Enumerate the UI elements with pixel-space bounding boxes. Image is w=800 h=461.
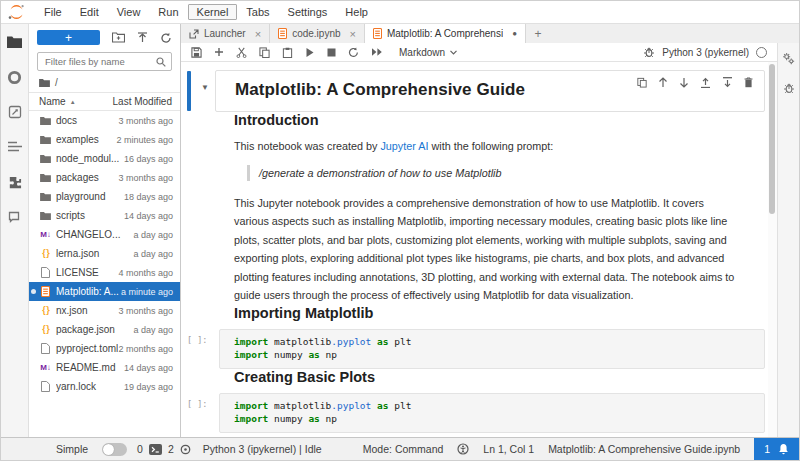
markdown-cell-introduction[interactable]: Introduction This notebook was created b…	[234, 112, 738, 321]
table-of-contents-icon[interactable]	[6, 138, 24, 156]
git-icon[interactable]	[6, 103, 24, 121]
mode-indicator[interactable]: Mode: Command	[363, 443, 444, 455]
launcher-icon	[189, 29, 199, 39]
markdown-cell-creating[interactable]: Creating Basic Plots	[234, 369, 738, 385]
file-row[interactable]: { }package.jsona day ago	[29, 320, 180, 339]
cut-icon[interactable]	[236, 47, 247, 58]
markdown-icon: M↓	[39, 364, 52, 372]
paste-icon[interactable]	[282, 47, 293, 58]
chat-icon[interactable]	[6, 208, 24, 226]
active-filename[interactable]: Matplotlib: A Comprehensive Guide.ipynb	[548, 443, 740, 455]
tab-launcher[interactable]: Launcher×	[181, 24, 270, 43]
cell-selection-bar	[187, 71, 191, 111]
file-filter-input[interactable]	[43, 55, 152, 68]
restart-kernel-icon[interactable]	[348, 47, 359, 58]
main-area: Launcher×code.ipynb×Matplotlib: A Compre…	[181, 24, 799, 437]
code-editor[interactable]: import matplotlib.pyplot as pltimport nu…	[219, 393, 765, 433]
menu-tabs[interactable]: Tabs	[237, 4, 278, 20]
file-row[interactable]: { }lerna.jsona day ago	[29, 244, 180, 263]
heading-collapser-icon[interactable]: ▼	[201, 83, 209, 92]
column-name[interactable]: Name ▲	[39, 96, 113, 107]
insert-cell-below-icon[interactable]	[722, 77, 733, 88]
search-icon	[156, 57, 166, 67]
file-row[interactable]: node_modul...16 days ago	[29, 149, 180, 168]
menu-kernel[interactable]: Kernel	[188, 4, 238, 20]
save-icon[interactable]	[191, 47, 202, 58]
file-row[interactable]: M↓README.md14 days ago	[29, 358, 180, 377]
notebook-content: ▼ Matplotlib: A Comprehensive Guide	[181, 62, 768, 437]
running-kernels-icon[interactable]	[6, 68, 24, 86]
cursor-position[interactable]: Ln 1, Col 1	[483, 443, 534, 455]
file-row[interactable]: examples2 minutes ago	[29, 130, 180, 149]
duplicate-cell-icon[interactable]	[637, 77, 647, 88]
session-counts[interactable]: 0 2	[137, 443, 191, 455]
refresh-icon[interactable]	[160, 32, 172, 44]
unsaved-dot: ●	[512, 29, 517, 38]
code-cell-imports-2[interactable]: [ ]: import matplotlib.pyplot as pltimpo…	[181, 393, 765, 433]
extensions-icon[interactable]	[6, 173, 24, 191]
notifications-badge[interactable]: 1	[754, 438, 799, 460]
file-browser-icon[interactable]	[6, 33, 24, 51]
jupyter-ai-link[interactable]: Jupyter AI	[380, 140, 428, 152]
new-folder-icon[interactable]	[112, 32, 125, 43]
kernel-status-icon[interactable]	[756, 47, 767, 58]
kernel-status-text[interactable]: Python 3 (ipykernel) | Idle	[203, 443, 322, 455]
simple-mode-toggle[interactable]	[102, 443, 127, 456]
close-tab-icon[interactable]: ×	[255, 28, 261, 40]
new-launcher-button[interactable]: +	[37, 30, 100, 45]
upload-icon[interactable]	[137, 32, 148, 44]
section-heading-introduction: Introduction	[234, 112, 738, 128]
code-cell-imports-1[interactable]: [ ]: import matplotlib.pyplot as pltimpo…	[181, 329, 765, 369]
move-cell-down-icon[interactable]	[679, 77, 689, 88]
file-modified: 14 days ago	[124, 211, 173, 221]
property-inspector-icon[interactable]	[782, 52, 795, 65]
file-row[interactable]: { }nx.json3 months ago	[29, 301, 180, 320]
file-browser-actions: +	[29, 24, 180, 50]
cell-type-dropdown[interactable]: Markdown	[399, 47, 457, 58]
debugger-icon[interactable]	[643, 46, 655, 58]
file-row[interactable]: playground18 days ago	[29, 187, 180, 206]
menu-run[interactable]: Run	[149, 4, 187, 20]
code-editor[interactable]: import matplotlib.pyplot as pltimport nu…	[219, 329, 765, 369]
move-cell-up-icon[interactable]	[658, 77, 668, 88]
file-row[interactable]: scripts14 days ago	[29, 206, 180, 225]
tab-code-ipynb[interactable]: code.ipynb×	[270, 24, 365, 43]
file-modified: 4 months ago	[118, 268, 173, 278]
file-row[interactable]: packages3 months ago	[29, 168, 180, 187]
delete-cell-icon[interactable]	[744, 77, 753, 88]
folder-icon	[39, 173, 52, 182]
accessibility-icon[interactable]	[457, 443, 469, 455]
file-name: nx.json	[56, 305, 118, 316]
stop-icon[interactable]	[327, 48, 336, 57]
run-icon[interactable]	[305, 47, 315, 58]
tab-matplotlib-a-comprehensi[interactable]: Matplotlib: A Comprehensi●	[365, 24, 526, 43]
file-row[interactable]: M↓CHANGELO...a day ago	[29, 225, 180, 244]
new-tab-button[interactable]: +	[526, 24, 550, 43]
menu-edit[interactable]: Edit	[71, 4, 108, 20]
menu-help[interactable]: Help	[336, 4, 377, 20]
copy-icon[interactable]	[259, 47, 270, 58]
file-row[interactable]: LICENSE4 months ago	[29, 263, 180, 282]
file-row[interactable]: pyproject.toml2 months ago	[29, 339, 180, 358]
simple-mode-label: Simple	[56, 443, 88, 455]
menu-settings[interactable]: Settings	[279, 4, 337, 20]
menu-file[interactable]: File	[35, 4, 71, 20]
breadcrumb[interactable]: /	[29, 71, 180, 92]
add-cell-icon[interactable]	[214, 47, 224, 57]
close-tab-icon[interactable]: ×	[350, 28, 356, 40]
file-modified: a day ago	[133, 325, 173, 335]
menu-view[interactable]: View	[108, 4, 150, 20]
scrollbar-thumb[interactable]	[769, 64, 775, 214]
file-row[interactable]: docs3 months ago	[29, 111, 180, 130]
column-last-modified[interactable]: Last Modified	[113, 96, 172, 107]
kernel-name[interactable]: Python 3 (pykernel)	[662, 47, 749, 58]
file-row[interactable]: Matplotlib: A...a minute ago	[29, 282, 180, 301]
left-activity-bar	[1, 24, 29, 437]
file-row[interactable]: yarn.lock19 days ago	[29, 377, 180, 396]
insert-cell-above-icon[interactable]	[700, 77, 711, 88]
markdown-cell-title[interactable]: ▼ Matplotlib: A Comprehensive Guide	[181, 70, 765, 112]
notebook-scrollbar[interactable]	[768, 62, 777, 437]
run-all-icon[interactable]	[371, 47, 383, 57]
notification-count: 1	[764, 443, 770, 455]
debugger-panel-icon[interactable]	[783, 82, 795, 94]
